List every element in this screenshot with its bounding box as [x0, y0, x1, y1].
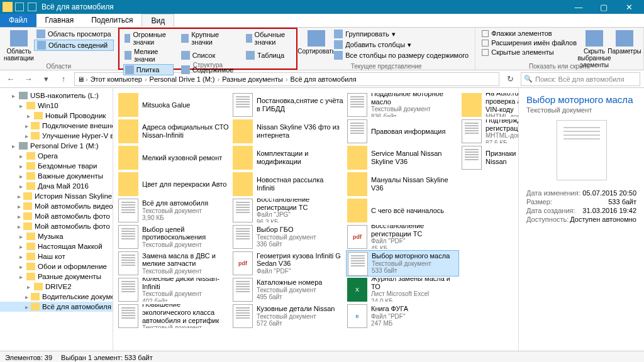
- address-bar: ← → ▾ ↑ 🖥› Этот компьютер› Personal Driv…: [0, 70, 644, 88]
- file-tile[interactable]: Признаки подделки масла Nissan: [460, 145, 518, 171]
- file-tile[interactable]: Постановка,снятие с учёта в ГИБДД: [231, 92, 345, 118]
- file-tile[interactable]: Выбор цепей противоскольженияТекстовый д…: [117, 224, 230, 250]
- tree-node[interactable]: ▸Разные документы: [0, 272, 113, 282]
- group-button[interactable]: Группировать ▾: [331, 29, 471, 39]
- details-row: Дата создания:31.03.2016 19:42: [526, 207, 636, 214]
- file-list[interactable]: Mitsuoka GalueАдреса официальных СТО Nis…: [113, 88, 518, 351]
- tree-node[interactable]: ▸Новый Проводник: [0, 111, 113, 121]
- tree-node[interactable]: ▸USB-накопитель (L:): [0, 90, 113, 101]
- tree-node[interactable]: ▸Мой автомобиль видео: [0, 201, 113, 211]
- titlebar: Всё для автомобиля ― ▢ ✕: [0, 0, 644, 14]
- tree-node[interactable]: ▸Улучшение Hyper-V в верс: [0, 131, 113, 141]
- window-title: Всё для автомобиля: [42, 3, 566, 11]
- file-tile[interactable]: Каталожные номераТекстовый документ495 б…: [231, 277, 345, 303]
- tree-node[interactable]: ▸Обои и оформление: [0, 261, 113, 272]
- details-pane-button[interactable]: Область сведений: [34, 40, 114, 51]
- file-tile[interactable]: pdfГеометрия кузова Infiniti G Sedan V36…: [231, 250, 345, 277]
- search-input[interactable]: 🔍Поиск: Всё для автомобиля: [521, 72, 640, 86]
- file-tile[interactable]: Nissan Skyline V36 фто из интернета: [231, 118, 345, 145]
- file-tile[interactable]: Цвет для перекраски Авто: [117, 171, 230, 197]
- file-tile[interactable]: Mitsuoka Galue: [117, 92, 230, 118]
- history-button[interactable]: ▾: [39, 72, 53, 86]
- file-tile[interactable]: Замена масла в ДВС и мелкие запчастиТекс…: [117, 250, 230, 277]
- pc-icon: 🖥: [77, 75, 84, 83]
- file-tile[interactable]: XЖурнал замены масла и ТОЛист Microsoft …: [346, 277, 459, 303]
- file-tile[interactable]: Поддельное моторное маслоТекстовый докум…: [346, 92, 459, 118]
- addcols-button[interactable]: Добавить столбцы ▾: [331, 40, 471, 50]
- status-count: Элементов: 39: [5, 354, 52, 361]
- chk-flags[interactable]: Флажки элементов: [479, 29, 579, 38]
- layout-normal[interactable]: Обычные значки: [245, 30, 292, 47]
- tree-node[interactable]: ▸Всё для автомобиля: [0, 302, 113, 312]
- tree-node[interactable]: ▸Наш кот: [0, 251, 113, 261]
- tree-node[interactable]: ▸Мой автомобиль фото №2: [0, 221, 113, 231]
- status-bar: Элементов: 39 Выбран 1 элемент: 533 байт: [0, 351, 644, 362]
- autosize-button[interactable]: Все столбцы по размеру содержимого: [331, 50, 471, 60]
- nav-pane-button[interactable]: Область навигации: [4, 29, 34, 63]
- file-tile[interactable]: eКнига ФУГАФайл "PDF"247 МБ: [346, 303, 459, 329]
- file-tile[interactable]: Service Manual Nissan Skyline V36: [346, 145, 459, 171]
- qat-btn[interactable]: [28, 3, 36, 11]
- tree-node[interactable]: ▸Музыка: [0, 231, 113, 241]
- layout-large[interactable]: Крупные значки: [180, 30, 238, 47]
- file-tile[interactable]: Подтверждение регистрацииMHTML-документ8…: [460, 118, 518, 145]
- chk-extensions[interactable]: Расширения имён файлов: [479, 38, 579, 47]
- sort-button[interactable]: Сортировать: [301, 29, 331, 60]
- ribbon-layout-group: Огромные значки Крупные значки Обычные з…: [118, 28, 298, 70]
- file-tile[interactable]: Колёсные диски Nissan-InfinitiТекстовый …: [117, 277, 230, 303]
- close-button[interactable]: ✕: [616, 0, 641, 14]
- tree-node[interactable]: ▸История Nissan Skyline: [0, 191, 113, 201]
- tree-node[interactable]: ▸Opera: [0, 151, 113, 161]
- file-tile[interactable]: Мелкий кузовной ремонт: [117, 145, 230, 171]
- file-tile[interactable]: Комплектации и модификации: [231, 145, 345, 171]
- ribbon-view-group: Сортировать Группировать ▾ Добавить стол…: [297, 28, 475, 70]
- tree-node[interactable]: ▸Бездомные твари: [0, 161, 113, 171]
- tree-node[interactable]: ▸Personal Drive 1 (M:): [0, 141, 113, 151]
- tree-node[interactable]: ▸Мой автомобиль фото: [0, 211, 113, 221]
- file-tile[interactable]: Правовая информация: [346, 118, 459, 145]
- file-tile[interactable]: Мануалы Nissan Skyline V36: [346, 171, 459, 197]
- ribbon: Область навигации Область просмотра Обла…: [0, 28, 644, 70]
- tab-home[interactable]: Главная: [36, 14, 83, 27]
- file-tile[interactable]: Адреса официальных СТО Nissan-Infiniti: [117, 118, 230, 145]
- file-tile[interactable]: С чего всё начиналось: [346, 197, 459, 224]
- tree-node[interactable]: ▸Дача Май 2016: [0, 181, 113, 191]
- tree-node[interactable]: ▸Подключение внешнего м: [0, 121, 113, 131]
- tree-node[interactable]: ▸Win10: [0, 101, 113, 111]
- up-button[interactable]: ↑: [57, 72, 70, 86]
- nav-tree[interactable]: ▸USB-накопитель (L:)▸Win10▸Новый Проводн…: [0, 88, 113, 351]
- tree-node[interactable]: ▸Водительские документы: [0, 292, 113, 302]
- tree-node[interactable]: ▸DRIVE2: [0, 282, 113, 292]
- chk-hidden[interactable]: Скрытые элементы: [479, 48, 579, 57]
- details-row: Размер:533 байт: [526, 198, 636, 206]
- file-tile[interactable]: Выбор моторного маслаТекстовый документ5…: [346, 250, 459, 277]
- qat-btn[interactable]: [15, 3, 24, 11]
- refresh-button[interactable]: ↻: [503, 72, 517, 86]
- tab-share[interactable]: Поделиться: [82, 14, 142, 27]
- file-tile[interactable]: pdfВосстановление регистрации ТСФайл "PD…: [346, 224, 459, 250]
- back-button[interactable]: ←: [4, 72, 18, 86]
- file-tile[interactable]: Повышение экологического класса автомоби…: [117, 303, 230, 329]
- file-tile[interactable]: Всё для автомобиляТекстовый документ3,90…: [117, 197, 230, 224]
- ribbon-tabs: Файл Главная Поделиться Вид: [0, 14, 644, 28]
- file-tile[interactable]: На Auto.ru появилась проверка автомобиле…: [460, 92, 518, 118]
- tab-file[interactable]: Файл: [0, 14, 36, 27]
- tab-view[interactable]: Вид: [142, 14, 174, 27]
- layout-huge[interactable]: Огромные значки: [123, 30, 174, 47]
- file-tile[interactable]: Выбор ГБОТекстовый документ336 байт: [231, 224, 345, 250]
- tree-node[interactable]: ▸Важные документы: [0, 171, 113, 181]
- file-tile[interactable]: Восстановление регистрации ТСФайл "JPG"9…: [231, 197, 345, 224]
- forward-button[interactable]: →: [21, 72, 35, 86]
- quick-access-toolbar: [15, 3, 36, 11]
- preview-pane-button[interactable]: Область просмотра: [34, 29, 114, 39]
- details-row: Доступность:Доступен автономно: [526, 216, 636, 223]
- minimize-button[interactable]: ―: [566, 0, 591, 14]
- maximize-button[interactable]: ▢: [591, 0, 616, 14]
- tree-node[interactable]: ▸Настоящая Маккой: [0, 241, 113, 251]
- details-thumbnail: [557, 120, 607, 180]
- details-pane: Выбор моторного масла Текстовый документ…: [518, 88, 644, 351]
- details-title: Выбор моторного масла: [526, 94, 636, 105]
- file-tile[interactable]: Кузовные детали NissanТекстовый документ…: [231, 303, 345, 329]
- file-tile[interactable]: Новостная рассылка Infiniti: [231, 171, 345, 197]
- ribbon-panes-group: Область навигации Область просмотра Обла…: [0, 28, 118, 70]
